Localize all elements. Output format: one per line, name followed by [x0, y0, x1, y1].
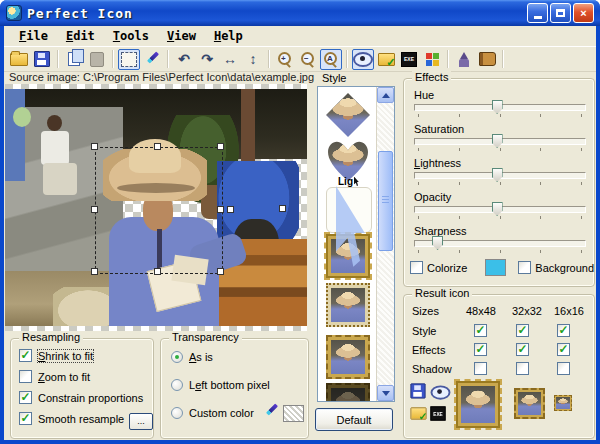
style-item-frame[interactable]: [326, 187, 372, 233]
selection-handle-top-left[interactable]: [91, 143, 98, 150]
scroll-up-button[interactable]: [377, 87, 394, 103]
smooth-resample-checkbox[interactable]: ✓: [19, 412, 32, 425]
custom-color-radio[interactable]: [171, 407, 183, 419]
selection-marquee[interactable]: [95, 147, 223, 274]
rotate-right-button[interactable]: ↷: [196, 49, 218, 70]
selection-handle-top-mid[interactable]: [154, 143, 161, 150]
smooth-resample-options-button[interactable]: ...: [129, 413, 153, 430]
selection-handle-extra[interactable]: [227, 206, 234, 213]
select-region-button[interactable]: [118, 49, 140, 70]
style-item-stamp-gold[interactable]: [326, 234, 370, 278]
saturation-slider[interactable]: [414, 138, 586, 145]
menu-file[interactable]: File: [10, 27, 57, 45]
menu-edit[interactable]: Edit: [57, 27, 104, 45]
selection-handle-bottom-right[interactable]: [217, 268, 224, 275]
effects-16-checkbox[interactable]: ✓: [557, 343, 570, 356]
opacity-slider[interactable]: [414, 206, 586, 213]
diamond-style-thumb: [326, 93, 370, 137]
style-item-stamp-perforated[interactable]: [326, 283, 370, 327]
constrain-proportions-checkbox[interactable]: ✓: [19, 391, 32, 404]
effects-32-checkbox[interactable]: ✓: [516, 343, 529, 356]
style-item-stamp-dark[interactable]: [326, 383, 370, 402]
selection-handle-top-right[interactable]: [217, 143, 224, 150]
as-is-radio[interactable]: [171, 351, 183, 363]
shadow-48-checkbox[interactable]: ✓: [474, 362, 487, 375]
lightness-slider-thumb[interactable]: [492, 168, 503, 182]
shrink-to-fit-checkbox[interactable]: ✓: [19, 349, 32, 362]
scrollbar-thumb[interactable]: [378, 151, 393, 251]
copy-icon: [68, 52, 80, 66]
sharpness-slider-thumb[interactable]: [432, 236, 443, 250]
toolbar-separator: [447, 50, 449, 68]
save-result-icon[interactable]: [410, 383, 425, 398]
titlebar[interactable]: Perfect Icon ×: [0, 0, 600, 26]
style-list[interactable]: [317, 86, 395, 402]
zoom-in-button[interactable]: +: [274, 49, 296, 70]
slider-ticks: [418, 148, 582, 151]
selection-handle-bottom-left[interactable]: [91, 268, 98, 275]
paste-button[interactable]: [86, 49, 108, 70]
folder-check-icon: [378, 53, 395, 66]
client-area: File Edit Tools View Help ↶ ↷ ↔ ↕ + − A: [4, 26, 596, 440]
exe-result-icon[interactable]: EXE: [430, 406, 445, 420]
menu-help[interactable]: Help: [205, 27, 252, 45]
scroll-down-button[interactable]: [377, 385, 394, 401]
style-item-stamp-scalloped[interactable]: [326, 335, 370, 379]
save-button[interactable]: [31, 49, 53, 70]
maximize-button[interactable]: [550, 3, 571, 23]
style-16-checkbox[interactable]: ✓: [557, 324, 570, 337]
style-48-checkbox[interactable]: ✓: [474, 324, 487, 337]
toolbar-separator: [268, 50, 270, 68]
selection-handle-mid-left[interactable]: [91, 206, 98, 213]
colorize-checkbox[interactable]: ✓: [410, 261, 423, 274]
color-picker-button[interactable]: [141, 49, 163, 70]
style-item-diamond[interactable]: [326, 93, 370, 137]
effects-48-checkbox[interactable]: ✓: [474, 343, 487, 356]
lightness-slider[interactable]: [414, 172, 586, 179]
flip-vertical-button[interactable]: ↕: [242, 49, 264, 70]
selection-handle-bottom-mid[interactable]: [154, 268, 161, 275]
result-thumb-32: [518, 392, 541, 415]
open-button[interactable]: [8, 49, 30, 70]
chevron-down-icon: [382, 391, 390, 396]
selection-handle-stray[interactable]: [279, 205, 286, 212]
rotate-left-button[interactable]: ↶: [173, 49, 195, 70]
menu-tools[interactable]: Tools: [104, 27, 158, 45]
image-preview-area[interactable]: [5, 84, 307, 331]
hue-slider-thumb[interactable]: [492, 100, 503, 114]
menu-bar: File Edit Tools View Help: [4, 26, 596, 46]
default-button[interactable]: Default: [315, 408, 393, 431]
zoom-out-button[interactable]: −: [297, 49, 319, 70]
style-32-checkbox[interactable]: ✓: [516, 324, 529, 337]
help-button[interactable]: [476, 49, 498, 70]
left-bottom-pixel-radio[interactable]: [171, 379, 183, 391]
custom-color-swatch[interactable]: [283, 405, 304, 422]
minimize-button[interactable]: [527, 3, 548, 23]
extract-exe-button[interactable]: EXE: [398, 49, 420, 70]
library-result-icon[interactable]: [410, 407, 426, 419]
wizard-button[interactable]: [453, 49, 475, 70]
copy-button[interactable]: [63, 49, 85, 70]
opacity-slider-thumb[interactable]: [492, 202, 503, 216]
background-checkbox[interactable]: ✓: [518, 261, 531, 274]
menu-view[interactable]: View: [158, 27, 205, 45]
shadow-16-checkbox[interactable]: ✓: [557, 362, 570, 375]
style-list-scrollbar[interactable]: [376, 87, 394, 401]
selection-handle-mid-right[interactable]: [217, 206, 224, 213]
flip-horizontal-button[interactable]: ↔: [219, 49, 241, 70]
resampling-group: Resampling ✓ Shrink to fit ✓ Zoom to fit…: [10, 338, 154, 439]
shadow-32-checkbox[interactable]: ✓: [516, 362, 529, 375]
close-button[interactable]: ×: [573, 3, 594, 23]
sharpness-slider[interactable]: [414, 240, 586, 247]
preview-result-icon[interactable]: [431, 385, 451, 399]
colorize-color-swatch[interactable]: [485, 259, 506, 276]
saturation-slider-thumb[interactable]: [492, 134, 503, 148]
preview-button[interactable]: [352, 49, 374, 70]
hue-slider[interactable]: [414, 104, 586, 111]
icon-library-button[interactable]: [375, 49, 397, 70]
windows-icons-button[interactable]: [421, 49, 443, 70]
zoom-to-fit-checkbox[interactable]: ✓: [19, 370, 32, 383]
eyedropper-icon[interactable]: [263, 403, 279, 419]
zoom-fit-button[interactable]: A: [320, 49, 342, 70]
zoom-to-fit-label: Zoom to fit: [38, 371, 90, 383]
